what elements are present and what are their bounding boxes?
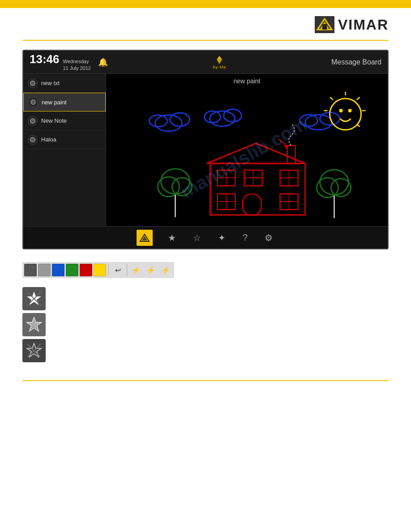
svg-point-5 <box>31 82 34 85</box>
star-icon-dark-button[interactable] <box>22 339 46 362</box>
sidebar-item-label-haloa: Haloa <box>41 136 56 143</box>
vimar-logo: VIMAR <box>315 16 389 33</box>
toolbar-vimar-button[interactable] <box>137 230 153 246</box>
palette-brush-tool-3[interactable]: ⚡ <box>159 264 172 276</box>
toolbar-settings-icon[interactable]: ⚙ <box>263 231 274 245</box>
sidebar-item-icon-haloa <box>28 135 38 145</box>
drawing-canvas: manualslib.com <box>106 74 388 226</box>
toolbar-star-filled-icon[interactable]: ★ <box>166 231 178 245</box>
star-icon-bright-button[interactable] <box>22 313 46 336</box>
by-me-logo: by-Me <box>213 55 226 69</box>
palette-bar: ↩ ⚡ ⚡ ⚡ <box>22 262 174 278</box>
star-dark-svg <box>26 343 42 359</box>
message-board-title: Message Board <box>331 58 381 66</box>
sidebar-item-haloa[interactable]: Haloa <box>23 130 106 149</box>
sidebar-item-new-note[interactable]: New Note <box>23 112 106 130</box>
svg-point-9 <box>31 119 34 123</box>
sidebar-item-icon-new-note <box>28 116 38 126</box>
main-content: 13:46 Wednesday 11 July 2012 🔔 by-Me Mes… <box>0 50 411 362</box>
status-bar: 13:46 Wednesday 11 July 2012 🔔 by-Me Mes… <box>23 51 388 74</box>
time-display: 13:46 <box>30 52 60 66</box>
sidebar-item-label-new-note: New Note <box>41 117 67 124</box>
palette-separator-2 <box>127 264 127 276</box>
color-swatch-yellow[interactable] <box>94 264 106 276</box>
day-of-week: Wednesday <box>63 58 91 65</box>
sidebar-item-label-new-paint: new paint <box>42 99 67 106</box>
sidebar-item-label-new-txt: new txt <box>41 80 60 86</box>
toolbar-star-outline-icon[interactable]: ☆ <box>191 231 203 245</box>
sidebar: new txt new paint New Note <box>23 74 106 226</box>
vimar-logo-text: VIMAR <box>338 17 389 33</box>
svg-rect-3 <box>322 24 327 30</box>
date: 11 July 2012 <box>63 65 91 72</box>
palette-separator <box>108 264 109 276</box>
vimar-logo-icon <box>315 16 334 33</box>
by-me-text: by-Me <box>213 65 226 69</box>
color-swatch-light-gray[interactable] <box>38 264 51 276</box>
time-block: 13:46 Wednesday 11 July 2012 <box>30 52 91 72</box>
sidebar-item-icon-new-txt <box>28 78 38 88</box>
sidebar-item-icon-new-paint <box>28 97 38 107</box>
drawing-title: new paint <box>234 77 261 85</box>
color-swatch-dark-gray[interactable] <box>24 264 37 276</box>
color-swatch-green[interactable] <box>66 264 78 276</box>
content-row: new txt new paint New Note <box>23 74 388 226</box>
color-swatch-red[interactable] <box>80 264 92 276</box>
ui-panel: 13:46 Wednesday 11 July 2012 🔔 by-Me Mes… <box>22 50 389 249</box>
logo-area: VIMAR <box>0 8 411 38</box>
palette-brush-tool-1[interactable]: ⚡ <box>129 264 143 276</box>
toolbar-help-icon[interactable]: ? <box>241 231 249 245</box>
date-display: Wednesday 11 July 2012 <box>63 58 91 72</box>
palette-section: ↩ ⚡ ⚡ ⚡ <box>22 262 389 278</box>
star-filled-svg <box>26 291 42 307</box>
vimar-logo-svg <box>316 17 334 32</box>
icons-section <box>22 287 389 362</box>
star-bright-svg <box>26 317 42 333</box>
bottom-toolbar: ★ ☆ ✦ ? ⚙ <box>23 226 388 249</box>
sidebar-item-new-paint[interactable]: new paint <box>23 93 106 112</box>
svg-point-24 <box>348 109 352 112</box>
palette-undo-tool[interactable]: ↩ <box>111 264 124 276</box>
toolbar-star-spark-icon[interactable]: ✦ <box>216 231 227 245</box>
svg-point-11 <box>31 138 34 142</box>
svg-point-23 <box>339 109 343 112</box>
bottom-separator <box>22 380 389 381</box>
notification-icon[interactable]: 🔔 <box>98 57 108 67</box>
drawing-area: new paint <box>106 74 388 226</box>
top-bar <box>0 0 411 8</box>
star-icon-filled-button[interactable] <box>22 287 46 310</box>
top-separator <box>22 40 389 41</box>
color-swatch-blue[interactable] <box>52 264 64 276</box>
palette-brush-tool-2[interactable]: ⚡ <box>144 264 158 276</box>
sidebar-item-new-txt[interactable]: new txt <box>23 74 106 93</box>
svg-point-7 <box>31 100 35 104</box>
